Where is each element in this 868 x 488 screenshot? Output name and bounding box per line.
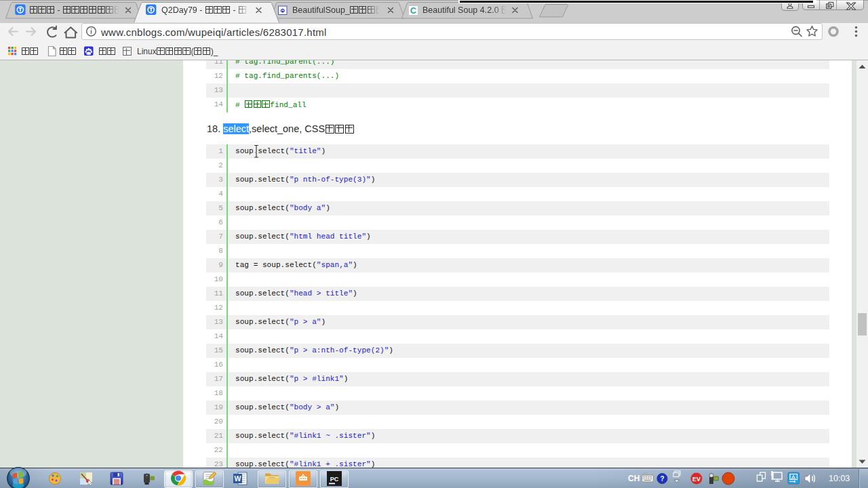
- svg-text:W: W: [235, 474, 241, 483]
- svg-text:?: ?: [660, 475, 664, 483]
- svg-text:C: C: [410, 5, 417, 16]
- svg-text:PC: PC: [330, 476, 339, 483]
- svg-text:EV: EV: [692, 476, 701, 483]
